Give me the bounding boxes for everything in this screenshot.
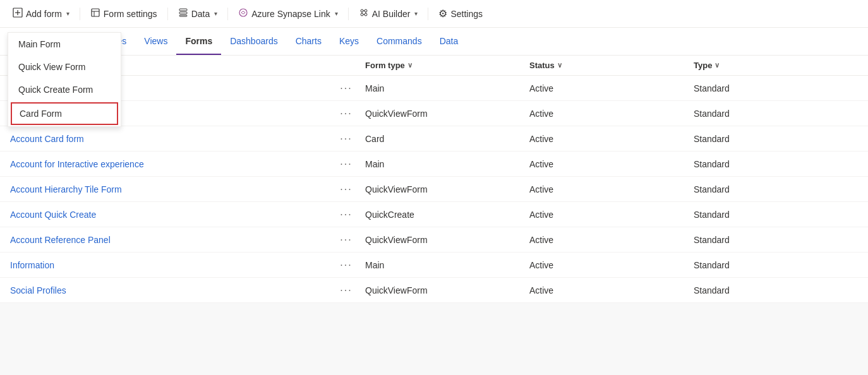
row-status-8: Active	[529, 285, 694, 295]
separator-4	[348, 8, 349, 20]
row-status-7: Active	[529, 260, 694, 270]
row-more-options-7[interactable]: ···	[327, 259, 365, 271]
row-more-options-5[interactable]: ···	[327, 209, 365, 220]
row-name-8[interactable]: Social Profiles	[10, 285, 327, 295]
table-row: Account Quick Create ··· QuickCreate Act…	[0, 202, 868, 227]
dropdown-card-form[interactable]: Card Form	[11, 102, 118, 125]
ai-builder-button[interactable]: AI Builder ▾	[354, 4, 423, 23]
col-status-label: Status	[529, 61, 555, 70]
col-form-type-header[interactable]: Form type ∨	[365, 61, 529, 70]
row-more-options-2[interactable]: ···	[327, 133, 365, 145]
table-row: Account Hierarchy Tile Form ··· QuickVie…	[0, 177, 868, 202]
add-form-chevron: ▾	[66, 10, 69, 17]
row-more-options-1[interactable]: ···	[327, 108, 365, 119]
row-type-0: Standard	[694, 83, 858, 93]
row-name-7[interactable]: Information	[10, 260, 327, 270]
row-more-options-4[interactable]: ···	[327, 184, 365, 195]
row-type-5: Standard	[694, 210, 858, 220]
form-settings-label: Form settings	[104, 9, 157, 19]
row-status-0: Active	[529, 83, 694, 93]
row-name-2[interactable]: Account Card form	[10, 134, 327, 144]
azure-synapse-label: Azure Synapse Link	[251, 9, 330, 19]
row-type-3: Standard	[694, 159, 858, 169]
row-name-6[interactable]: Account Reference Panel	[10, 235, 327, 245]
type-sort-icon: ∨	[714, 61, 720, 69]
row-more-options-3[interactable]: ···	[327, 158, 365, 170]
row-type-4: Standard	[694, 184, 858, 194]
row-type-7: Standard	[694, 260, 858, 270]
content-area: Form type ∨ Status ∨ Type ∨ Account ··· …	[0, 56, 868, 303]
settings-label: Settings	[450, 9, 483, 19]
tab-views[interactable]: Views	[135, 28, 176, 55]
svg-point-9	[239, 9, 247, 16]
table-row: account card ··· QuickViewForm Active St…	[0, 101, 868, 126]
row-status-6: Active	[529, 235, 694, 245]
row-form-type-3: Main	[365, 159, 529, 169]
row-type-6: Standard	[694, 235, 858, 245]
nav-tabs: Columns Business rules Views Forms Dashb…	[0, 28, 868, 56]
data-chevron: ▾	[214, 10, 217, 17]
ai-builder-icon	[359, 8, 369, 20]
add-form-icon	[13, 8, 23, 20]
row-name-5[interactable]: Account Quick Create	[10, 210, 327, 220]
azure-synapse-icon	[238, 8, 248, 20]
col-type-label: Type	[694, 61, 712, 70]
status-sort-icon: ∨	[557, 61, 562, 69]
form-settings-button[interactable]: Form settings	[85, 4, 162, 23]
azure-synapse-button[interactable]: Azure Synapse Link ▾	[233, 4, 343, 23]
row-type-1: Standard	[694, 109, 858, 119]
table-row: Account ··· Main Active Standard	[0, 76, 868, 101]
svg-point-12	[361, 13, 363, 16]
svg-rect-7	[179, 12, 187, 14]
separator-2	[167, 8, 168, 20]
row-form-type-5: QuickCreate	[365, 210, 529, 220]
row-type-2: Standard	[694, 134, 858, 144]
tab-dashboards[interactable]: Dashboards	[221, 28, 287, 55]
ai-builder-chevron: ▾	[414, 10, 418, 17]
row-more-options-8[interactable]: ···	[327, 285, 365, 296]
svg-point-13	[365, 13, 367, 16]
separator-1	[80, 8, 80, 20]
separator-5	[428, 8, 428, 20]
tab-keys[interactable]: Keys	[330, 28, 368, 55]
separator-3	[227, 8, 228, 20]
data-button[interactable]: Data ▾	[173, 4, 223, 23]
row-status-1: Active	[529, 109, 694, 119]
form-type-sort-icon: ∨	[407, 61, 413, 69]
col-dots-header	[327, 61, 365, 70]
table-header: Form type ∨ Status ∨ Type ∨	[0, 56, 868, 76]
settings-button[interactable]: ⚙ Settings	[433, 4, 488, 23]
add-form-dropdown: Main Form Quick View Form Quick Create F…	[8, 32, 121, 127]
dropdown-quick-create-form[interactable]: Quick Create Form	[8, 78, 121, 101]
azure-synapse-chevron: ▾	[335, 10, 338, 17]
ai-builder-label: AI Builder	[372, 9, 411, 19]
col-form-type-label: Form type	[365, 61, 405, 70]
table-row: Account Card form ··· Card Active Standa…	[0, 126, 868, 152]
svg-rect-3	[92, 9, 99, 16]
row-status-3: Active	[529, 159, 694, 169]
row-name-4[interactable]: Account Hierarchy Tile Form	[10, 184, 327, 194]
settings-icon: ⚙	[438, 8, 447, 20]
dropdown-main-form[interactable]: Main Form	[8, 33, 121, 56]
tab-data[interactable]: Data	[431, 28, 467, 55]
add-form-button[interactable]: Add form ▾ Main Form Quick View Form Qui…	[8, 4, 75, 23]
row-form-type-2: Card	[365, 134, 529, 144]
col-type-header[interactable]: Type ∨	[694, 61, 858, 70]
dropdown-quick-view-form[interactable]: Quick View Form	[8, 56, 121, 78]
row-form-type-6: QuickViewForm	[365, 235, 529, 245]
tab-charts[interactable]: Charts	[287, 28, 330, 55]
tab-forms[interactable]: Forms	[176, 28, 221, 55]
row-name-3[interactable]: Account for Interactive experience	[10, 159, 327, 169]
tab-commands[interactable]: Commands	[368, 28, 431, 55]
row-form-type-0: Main	[365, 83, 529, 93]
col-status-header[interactable]: Status ∨	[529, 61, 694, 70]
row-form-type-8: QuickViewForm	[365, 285, 529, 295]
row-more-options-0[interactable]: ···	[327, 83, 365, 94]
row-status-4: Active	[529, 184, 694, 194]
svg-rect-6	[179, 9, 187, 11]
svg-rect-8	[179, 15, 187, 16]
row-more-options-6[interactable]: ···	[327, 234, 365, 246]
data-label: Data	[191, 9, 210, 19]
row-form-type-4: QuickViewForm	[365, 184, 529, 194]
row-type-8: Standard	[694, 285, 858, 295]
